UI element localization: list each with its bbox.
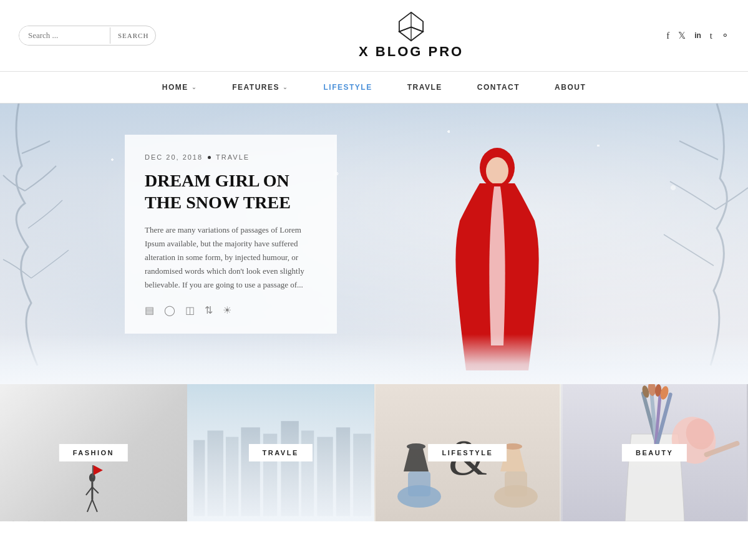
grid-icon[interactable]: ◫ [185,304,195,316]
category-fashion[interactable]: FASHION [0,384,187,521]
search-button[interactable]: SEARCH [110,27,156,44]
nav-item-home[interactable]: HOME ⌄ [145,72,215,103]
chevron-down-icon: ⌄ [283,84,289,90]
logo[interactable]: X BLOG PRO [359,11,464,60]
main-nav: HOME ⌄ FEATURES ⌄ LIFESTYLE TRAVLE CONTA… [0,72,748,104]
comment-icon[interactable]: ☀ [223,304,231,316]
hero-category: TRAVLE [216,153,250,161]
user-icon[interactable]: ◯ [164,304,175,316]
pinterest-icon[interactable]: ⚬ [721,30,729,41]
svg-line-9 [87,500,92,512]
social-icons: f 𝕏 in t ⚬ [666,30,729,41]
category-label-fashion: FASHION [59,444,128,461]
snow-ground [0,334,748,384]
nav-item-contact[interactable]: CONTACT [460,72,537,103]
category-beauty[interactable]: BEAUTY [561,384,748,521]
category-travle[interactable]: TRAVLE [187,384,374,521]
svg-line-10 [92,500,97,512]
svg-rect-27 [408,471,430,496]
logo-icon [396,11,427,42]
svg-point-28 [407,443,425,450]
tumblr-icon[interactable]: t [710,31,712,41]
svg-rect-11 [92,465,94,478]
nav-item-lifestyle[interactable]: LIFESTYLE [306,72,390,103]
image-icon[interactable]: ▤ [145,304,154,316]
category-label-beauty: BEAUTY [622,444,687,461]
category-label-lifestyle: LIFESTYLE [428,444,507,461]
hero-title: DREAM GIRL ON THE SNOW TREE [145,170,317,213]
search-form: SEARCH [19,26,156,46]
share-icon[interactable]: ⇅ [205,304,213,316]
facebook-icon[interactable]: f [666,31,669,41]
category-lifestyle[interactable]: & LIFESTYLE [374,384,561,521]
hero-section: DEC 20, 2018 TRAVLE DREAM GIRL ON THE SN… [0,104,748,384]
linkedin-icon[interactable]: in [694,31,701,40]
hero-excerpt: There are many variations of passages of… [145,223,317,292]
category-grid: FASHION [0,384,748,521]
nav-item-about[interactable]: ABOUT [537,72,603,103]
hero-card: DEC 20, 2018 TRAVLE DREAM GIRL ON THE SN… [125,135,337,334]
nav-list: HOME ⌄ FEATURES ⌄ LIFESTYLE TRAVLE CONTA… [145,72,604,103]
hero-actions: ▤ ◯ ◫ ⇅ ☀ [145,304,317,316]
twitter-icon[interactable]: 𝕏 [678,30,686,41]
logo-title: X BLOG PRO [359,44,464,60]
meta-dot [208,156,211,159]
site-header: SEARCH X BLOG PRO f 𝕏 in t ⚬ [0,0,748,72]
hero-date: DEC 20, 2018 [145,153,203,161]
nav-item-features[interactable]: FEATURES ⌄ [215,72,306,103]
svg-marker-12 [94,465,103,475]
search-input[interactable] [19,26,110,45]
chevron-down-icon: ⌄ [192,84,198,90]
category-label-travle: TRAVLE [249,444,313,461]
svg-rect-31 [505,471,527,496]
hero-meta: DEC 20, 2018 TRAVLE [145,153,317,161]
nav-item-travle[interactable]: TRAVLE [390,72,460,103]
svg-point-4 [486,157,508,185]
